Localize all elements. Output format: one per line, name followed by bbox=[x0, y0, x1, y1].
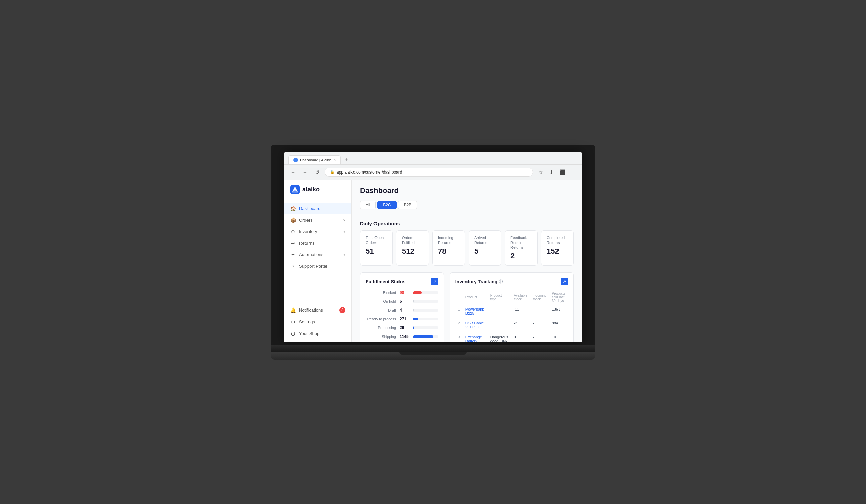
info-icon: ⓘ bbox=[499, 279, 503, 285]
ops-card-value: 78 bbox=[438, 247, 459, 256]
menu-button[interactable]: ⋮ bbox=[568, 167, 578, 177]
col-product-type: Product type bbox=[487, 290, 511, 304]
ops-card-total-open-orders: Total Open Orders 51 bbox=[360, 230, 393, 266]
inventory-widget-header: Inventory Tracking ⓘ ↗ bbox=[455, 278, 568, 285]
sidebar-item-label: Returns bbox=[299, 240, 314, 246]
fulfillment-row-shipping: Shipping 1145 bbox=[366, 334, 438, 339]
product-link[interactable]: Powerbank B225 bbox=[465, 307, 484, 315]
col-products-sold: Products sold last 30 days bbox=[549, 290, 568, 304]
bar-track bbox=[413, 318, 438, 320]
sidebar-bottom: 🔔 Notifications 8 ⚙ Settings ⏻ Your Shop bbox=[284, 301, 352, 342]
refresh-button[interactable]: ↺ bbox=[313, 167, 322, 177]
tab-favicon bbox=[293, 158, 298, 163]
sidebar-item-your-shop[interactable]: ⏻ Your Shop bbox=[284, 328, 352, 339]
ops-card-value: 51 bbox=[366, 247, 387, 256]
tab-all[interactable]: All bbox=[360, 201, 376, 209]
sidebar-item-label: Orders bbox=[299, 217, 313, 223]
inventory-action-button[interactable]: ↗ bbox=[560, 278, 568, 285]
ops-card-value: 5 bbox=[474, 247, 496, 256]
fulfillment-status-widget: Fulfillment Status ↗ Blocked 98 bbox=[360, 272, 444, 341]
sidebar-item-dashboard[interactable]: 🏠 Dashboard bbox=[284, 203, 352, 214]
browser-tab-active[interactable]: Dashboard | Alaiko × bbox=[288, 155, 341, 164]
sidebar-item-support[interactable]: ? Support Portal bbox=[284, 260, 352, 272]
row-num: 2 bbox=[455, 318, 463, 332]
row-product-type bbox=[487, 318, 511, 332]
daily-operations-title: Daily Operations bbox=[360, 221, 574, 226]
fulfillment-row-ready: Ready to process 271 bbox=[366, 317, 438, 321]
sidebar-item-inventory[interactable]: ⊙ Inventory ∨ bbox=[284, 226, 352, 237]
screen-bezel: Dashboard | Alaiko × + ← → ↺ 🔒 app.alaik… bbox=[271, 145, 595, 345]
ops-card-value: 512 bbox=[402, 247, 423, 256]
row-product: USB Cable 2.0 C5569 bbox=[463, 318, 487, 332]
sidebar-item-automations[interactable]: ✦ Automations ∨ bbox=[284, 249, 352, 260]
product-link[interactable]: USB Cable 2.0 C5569 bbox=[465, 321, 484, 329]
row-product-type bbox=[487, 304, 511, 318]
sidebar-item-label: Settings bbox=[299, 319, 315, 324]
bar-track bbox=[413, 309, 438, 312]
tab-b2b[interactable]: B2B bbox=[398, 201, 418, 209]
page-header: Dashboard bbox=[360, 186, 574, 195]
main-content: Dashboard All B2C B2B Daily Operations T… bbox=[352, 180, 582, 342]
sidebar-item-settings[interactable]: ⚙ Settings bbox=[284, 316, 352, 328]
ops-card-label: Feedback Required Returns bbox=[510, 235, 532, 250]
inventory-icon: ⊙ bbox=[290, 229, 296, 234]
fulfillment-action-button[interactable]: ↗ bbox=[431, 278, 438, 285]
ops-card-label: Completed Returns bbox=[547, 235, 568, 245]
sidebar-navigation: 🏠 Dashboard 📦 Orders ∨ ⊙ Inventory ∨ bbox=[284, 200, 352, 301]
download-button[interactable]: ⬇ bbox=[547, 167, 556, 177]
bar-fill bbox=[413, 291, 422, 294]
fulfillment-label: Ready to process bbox=[366, 317, 396, 321]
chevron-down-icon: ∨ bbox=[343, 230, 345, 233]
fulfillment-count: 26 bbox=[400, 325, 410, 330]
browser-tab-title: Dashboard | Alaiko bbox=[300, 158, 331, 162]
ops-card-incoming-returns: Incoming Returns 78 bbox=[432, 230, 465, 266]
notification-badge: 8 bbox=[339, 307, 345, 313]
bar-track bbox=[413, 335, 438, 338]
ops-card-orders-fulfilled: Orders Fulfilled 512 bbox=[396, 230, 429, 266]
bookmark-button[interactable]: ☆ bbox=[536, 167, 545, 177]
browser-action-buttons: ☆ ⬇ ⬛ ⋮ bbox=[536, 167, 578, 177]
ops-card-value: 152 bbox=[547, 247, 568, 256]
new-tab-button[interactable]: + bbox=[341, 154, 351, 164]
alaiko-logo-icon bbox=[290, 185, 300, 194]
bar-track bbox=[413, 291, 438, 294]
ops-card-value: 2 bbox=[510, 252, 532, 260]
logo-text: alaiko bbox=[302, 186, 320, 193]
address-bar[interactable]: 🔒 app.alaiko.com/customer/dashboard bbox=[325, 168, 533, 177]
automations-icon: ✦ bbox=[290, 252, 296, 257]
ops-card-arrived-returns: Arrived Returns 5 bbox=[468, 230, 501, 266]
tab-b2c[interactable]: B2C bbox=[377, 201, 397, 209]
fulfillment-label: Shipping bbox=[366, 335, 396, 339]
ops-card-completed-returns: Completed Returns 152 bbox=[541, 230, 574, 266]
sidebar-item-notifications[interactable]: 🔔 Notifications 8 bbox=[284, 304, 352, 316]
inventory-tracking-title: Inventory Tracking ⓘ bbox=[455, 279, 503, 285]
product-link[interactable]: Exchange Battery A2096 bbox=[465, 335, 482, 341]
extensions-button[interactable]: ⬛ bbox=[557, 167, 567, 177]
laptop-base bbox=[271, 352, 595, 360]
row-product-type: Dangerous good: UN-3481 bbox=[487, 332, 511, 342]
chevron-down-icon: ∨ bbox=[343, 253, 345, 256]
fulfillment-row-processing: Processing 26 bbox=[366, 325, 438, 330]
ops-card-label: Orders Fulfilled bbox=[402, 235, 423, 245]
fulfillment-widget-header: Fulfillment Status ↗ bbox=[366, 278, 438, 285]
browser-toolbar: ← → ↺ 🔒 app.alaiko.com/customer/dashboar… bbox=[284, 165, 582, 180]
fulfillment-label: Blocked bbox=[366, 291, 396, 295]
sidebar-item-returns[interactable]: ↩ Returns bbox=[284, 237, 352, 249]
row-available-stock: -11 bbox=[511, 304, 530, 318]
forward-button[interactable]: → bbox=[300, 167, 310, 177]
orders-icon: 📦 bbox=[290, 217, 296, 223]
bar-fill bbox=[413, 326, 414, 329]
bar-fill bbox=[413, 300, 414, 303]
tab-close-button[interactable]: × bbox=[333, 158, 335, 163]
inventory-tracking-widget: Inventory Tracking ⓘ ↗ Product bbox=[449, 272, 574, 341]
back-button[interactable]: ← bbox=[288, 167, 298, 177]
svg-point-2 bbox=[294, 189, 296, 191]
row-available-stock: 0 bbox=[511, 332, 530, 342]
fulfillment-label: Processing bbox=[366, 326, 396, 330]
app-layout: alaiko 🏠 Dashboard 📦 Orders ∨ bbox=[284, 180, 582, 342]
fulfillment-row-blocked: Blocked 98 bbox=[366, 290, 438, 295]
sidebar-item-label: Support Portal bbox=[299, 264, 327, 269]
sidebar-item-orders[interactable]: 📦 Orders ∨ bbox=[284, 214, 352, 226]
view-tab-group: All B2C B2B bbox=[360, 201, 574, 209]
page-title: Dashboard bbox=[360, 186, 399, 195]
